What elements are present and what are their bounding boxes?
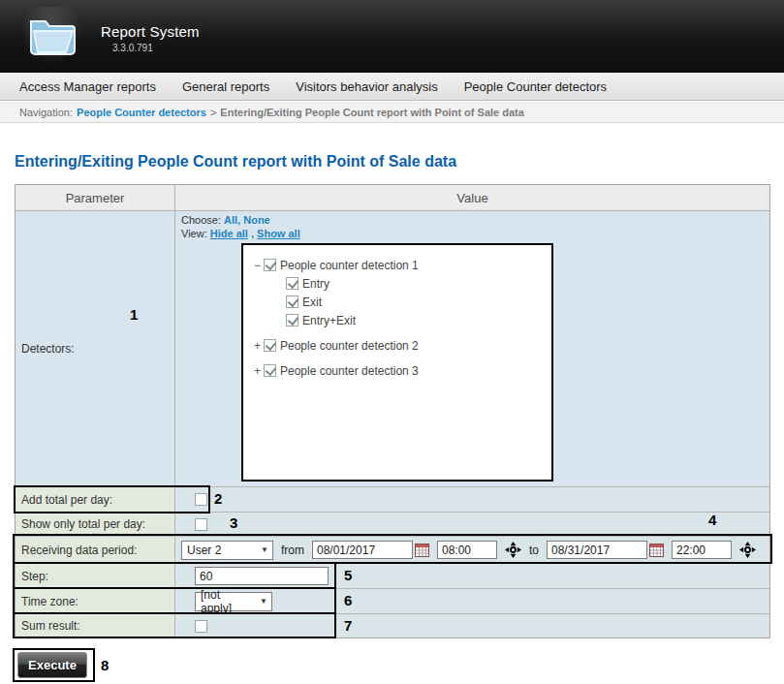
tree-item-label: People counter detection 3: [280, 364, 419, 378]
to-label: to: [529, 544, 539, 557]
from-time-input[interactable]: [437, 541, 497, 559]
tree-item-label: Exit: [302, 295, 322, 309]
from-date-input[interactable]: [312, 541, 413, 559]
calendar-icon[interactable]: [649, 544, 664, 557]
hide-all-link[interactable]: Hide all: [210, 228, 248, 239]
entry-checkbox[interactable]: [286, 277, 298, 290]
execute-button[interactable]: Execute: [17, 652, 87, 678]
app-header: Report System 3.3.0.791: [0, 0, 784, 73]
collapse-toggle-icon[interactable]: −: [251, 259, 264, 272]
sum-result-row: Sum result:: [16, 613, 769, 637]
detector-1-checkbox[interactable]: [264, 259, 276, 271]
show-only-total-row: Show only total per day:: [16, 512, 769, 536]
choose-none-link[interactable]: None: [243, 214, 270, 226]
step-label: Step:: [16, 564, 175, 588]
parameters-table: Parameter Value Detectors: Choose: All, …: [15, 184, 770, 638]
show-all-link[interactable]: Show all: [257, 228, 300, 239]
receiving-period-row: Receiving data period: User 2 ▼ from: [16, 536, 769, 563]
show-only-total-value-cell: [175, 513, 769, 536]
entry-exit-checkbox[interactable]: [286, 314, 298, 326]
time-zone-label: Time zone:: [16, 589, 175, 613]
add-total-row: Add total per day:: [16, 486, 769, 512]
menu-item-access-manager-reports[interactable]: Access Manager reports: [19, 79, 156, 94]
choose-line: Choose: All, None: [179, 213, 766, 227]
sum-result-label: Sum result:: [16, 614, 175, 637]
show-only-total-checkbox[interactable]: [195, 518, 207, 531]
menu-item-general-reports[interactable]: General reports: [182, 79, 269, 94]
calendar-icon[interactable]: [415, 544, 429, 557]
to-date-group: [547, 541, 664, 559]
from-label: from: [281, 544, 304, 557]
tree-item-label: Entry+Exit: [302, 314, 356, 327]
tree-item-exit: Exit: [251, 294, 546, 310]
add-total-checkbox[interactable]: [195, 493, 207, 506]
detectors-row: Detectors: Choose: All, None View: Hide …: [16, 210, 769, 486]
time-zone-value-cell: [not apply] ▼: [175, 589, 769, 613]
detector-2-checkbox[interactable]: [264, 339, 276, 352]
breadcrumb-separator: >: [210, 107, 216, 118]
report-system-logo-icon: [26, 12, 77, 60]
receiving-period-value-cell: User 2 ▼ from: [175, 537, 769, 563]
receiving-period-label: Receiving data period:: [16, 537, 175, 563]
step-value-cell: [175, 564, 769, 588]
step-input[interactable]: [195, 567, 329, 585]
period-user-select[interactable]: User 2 ▼: [181, 541, 273, 560]
app-logo: [21, 7, 81, 65]
step-row: Step:: [16, 563, 769, 588]
table-header-row: Parameter Value: [16, 185, 769, 210]
add-total-value-cell: [175, 487, 769, 512]
tree-item-entry-exit: Entry+Exit: [251, 312, 546, 328]
detectors-label: Detectors:: [16, 211, 175, 486]
choose-label: Choose:: [181, 214, 221, 226]
breadcrumb-link-people-counter-detectors[interactable]: People Counter detectors: [77, 107, 206, 118]
app-title: Report System: [101, 23, 200, 40]
show-only-total-label: Show only total per day:: [16, 513, 175, 536]
exit-checkbox[interactable]: [286, 295, 298, 308]
sum-result-value-cell: [175, 614, 769, 637]
breadcrumb-current: Entering/Exiting People Count report wit…: [220, 107, 524, 118]
view-separator: ,: [251, 228, 254, 239]
tree-item-detection-1: − People counter detection 1: [251, 257, 546, 273]
to-time-input[interactable]: [672, 541, 732, 559]
detectors-value-cell: Choose: All, None View: Hide all , Show …: [175, 211, 769, 486]
time-zone-select-value: [not apply]: [201, 588, 254, 615]
period-user-select-value: User 2: [187, 544, 221, 557]
column-header-value: Value: [175, 185, 769, 210]
page-title: Entering/Exiting People Count report wit…: [15, 153, 456, 171]
time-zone-select[interactable]: [not apply] ▼: [195, 592, 272, 611]
tree-item-detection-3: + People counter detection 3: [251, 362, 546, 379]
detector-3-checkbox[interactable]: [264, 364, 276, 377]
tree-item-label: Entry: [302, 277, 329, 291]
choose-all-link[interactable]: All: [224, 214, 237, 226]
chevron-down-icon: ▼: [261, 545, 268, 554]
time-zone-row: Time zone: [not apply] ▼: [16, 588, 769, 613]
expand-toggle-icon[interactable]: +: [251, 364, 264, 378]
report-system-page: Report System 3.3.0.791 Access Manager r…: [0, 0, 784, 684]
to-date-input[interactable]: [547, 541, 647, 559]
menu-item-people-counter-detectors[interactable]: People Counter detectors: [464, 79, 607, 94]
app-version: 3.3.0.791: [112, 43, 153, 53]
detectors-tree: − People counter detection 1 Entry Exit: [241, 243, 553, 482]
tree-item-entry: Entry: [251, 275, 546, 292]
sum-result-checkbox[interactable]: [195, 620, 207, 633]
column-header-parameter: Parameter: [16, 185, 175, 210]
expand-toggle-icon[interactable]: +: [251, 339, 264, 353]
breadcrumb: Navigation: People Counter detectors > E…: [0, 102, 784, 123]
tree-item-label: People counter detection 2: [280, 339, 419, 353]
choose-separator: ,: [237, 214, 240, 226]
from-date-group: [312, 541, 429, 559]
breadcrumb-prefix: Navigation:: [19, 107, 73, 118]
chevron-down-icon: ▼: [260, 597, 267, 606]
add-total-label: Add total per day:: [16, 487, 175, 512]
menu-item-visitors-behavior-analysis[interactable]: Visitors behavior analysis: [296, 79, 437, 94]
tree-item-label: People counter detection 1: [280, 259, 419, 272]
time-picker-icon[interactable]: [739, 542, 756, 558]
main-menu: Access Manager reports General reports V…: [0, 73, 784, 101]
tree-item-detection-2: + People counter detection 2: [251, 337, 546, 354]
time-picker-icon[interactable]: [505, 542, 521, 558]
view-label: View:: [181, 228, 207, 239]
callout-number-8: 8: [101, 657, 109, 673]
view-line: View: Hide all , Show all: [179, 227, 766, 240]
